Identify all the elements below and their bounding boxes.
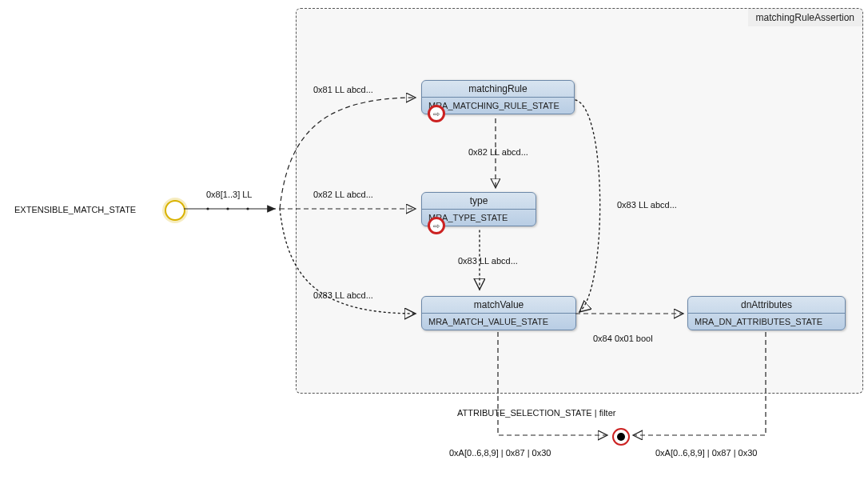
start-node	[165, 200, 185, 221]
label-forkIn: 0x8[1..3] LL	[206, 190, 253, 199]
label-e83-mid: 0x83 LL abcd...	[458, 256, 518, 266]
node-matchValue-body: MRA_MATCH_VALUE_STATE	[422, 314, 575, 330]
node-dnAttributes-title: dnAttributes	[688, 297, 845, 314]
action-badge-icon: ⇨	[428, 106, 444, 122]
node-matchValue-title: matchValue	[422, 297, 575, 314]
label-exit-code-right: 0xA[0..6,8,9] | 0x87 | 0x30	[655, 448, 757, 458]
label-e82-top: 0x82 LL abcd...	[468, 147, 528, 157]
action-badge-icon: ⇨	[428, 218, 444, 234]
container-title: matchingRuleAssertion	[748, 9, 862, 26]
node-type-title: type	[422, 193, 536, 210]
label-e81: 0x81 LL abcd...	[313, 85, 373, 94]
node-matchingRule-title: matchingRule	[422, 81, 574, 98]
label-e84: 0x84 0x01 bool	[593, 334, 653, 343]
node-matchingRule-body: MRA_MATCHING_RULE_STATE	[422, 98, 574, 114]
node-dnAttributes: dnAttributes MRA_DN_ATTRIBUTES_STATE	[687, 296, 846, 330]
container-box: matchingRuleAssertion	[296, 8, 863, 394]
node-dnAttributes-body: MRA_DN_ATTRIBUTES_STATE	[688, 314, 845, 330]
label-e82-mid: 0x82 LL abcd...	[313, 190, 373, 199]
node-matchingRule: matchingRule MRA_MATCHING_RULE_STATE ⇨	[421, 80, 575, 114]
label-e83-bottom: 0x83 LL abcd...	[313, 290, 373, 300]
label-e83-top: 0x83 LL abcd...	[617, 200, 677, 210]
start-state-label: EXTENSIBLE_MATCH_STATE	[14, 205, 136, 214]
svg-point-4	[246, 207, 249, 210]
svg-point-3	[226, 207, 229, 210]
label-exit-code-left: 0xA[0..6,8,9] | 0x87 | 0x30	[449, 448, 551, 458]
svg-point-2	[206, 207, 209, 210]
end-node	[612, 428, 630, 446]
label-exit-title: ATTRIBUTE_SELECTION_STATE | filter	[457, 408, 615, 418]
node-matchValue: matchValue MRA_MATCH_VALUE_STATE	[421, 296, 576, 330]
node-type: type MRA_TYPE_STATE ⇨	[421, 192, 536, 226]
